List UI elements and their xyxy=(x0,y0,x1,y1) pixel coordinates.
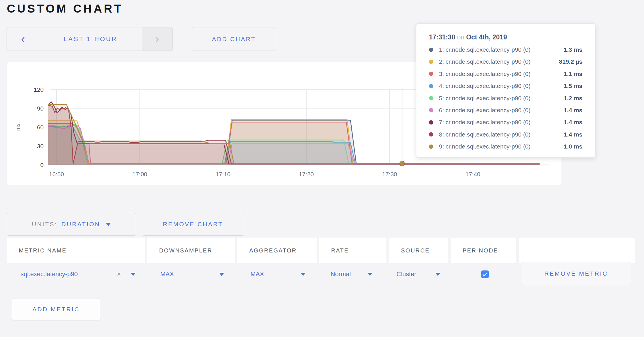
series-label: 2: cr.node.sql.exec.latency-p90 (0) xyxy=(439,58,559,65)
timescale-range-button[interactable]: LAST 1 HOUR xyxy=(39,27,142,51)
source-select[interactable]: Cluster xyxy=(396,264,416,284)
col-header-aggregator: AGGREGATOR xyxy=(237,238,317,263)
col-header-rate: RATE xyxy=(319,238,386,263)
page-title: CUSTOM CHART xyxy=(7,2,123,15)
col-header-source: SOURCE xyxy=(389,238,448,263)
chart-tooltip: 17:31:30 on Oct 4th, 2019 1: cr.node.sql… xyxy=(416,23,595,158)
series-value: 1.0 ms xyxy=(564,143,582,150)
series-label: 6: cr.node.sql.exec.latency-p90 (0) xyxy=(439,107,564,114)
series-color-dot xyxy=(429,72,433,76)
col-header-metric-name: METRIC NAME xyxy=(7,238,145,263)
series-label: 3: cr.node.sql.exec.latency-p90 (0) xyxy=(439,71,564,77)
timescale-selector: ‹ LAST 1 HOUR › xyxy=(7,27,173,51)
tooltip-row: 4: cr.node.sql.exec.latency-p90 (0)1.5 m… xyxy=(429,83,582,89)
series-value: 1.5 ms xyxy=(564,83,582,89)
x-axis-tick: 16:50 xyxy=(49,171,64,177)
y-axis-tick: 90 xyxy=(37,105,44,112)
col-header-per-node: PER NODE xyxy=(451,238,516,263)
tooltip-row: 3: cr.node.sql.exec.latency-p90 (0)1.1 m… xyxy=(429,71,582,77)
series-value: 819.2 µs xyxy=(559,58,582,65)
col-header-actions xyxy=(519,238,635,263)
y-axis-label: ms xyxy=(15,123,21,131)
downsampler-caret[interactable] xyxy=(217,264,224,284)
tooltip-row: 5: cr.node.sql.exec.latency-p90 (0)1.2 m… xyxy=(429,95,582,102)
y-axis-tick: 120 xyxy=(34,86,44,93)
metric-name-link[interactable]: sql.exec.latency-p90 xyxy=(21,264,78,284)
x-axis-tick: 17:10 xyxy=(216,171,231,177)
units-dropdown[interactable]: UNITS: DURATION xyxy=(7,213,136,236)
y-axis-tick: 0 xyxy=(40,162,44,168)
chevron-down-icon xyxy=(435,273,440,276)
close-icon[interactable]: × xyxy=(117,264,121,284)
chevron-down-icon xyxy=(301,273,306,276)
tooltip-date: Oct 4th, 2019 xyxy=(466,33,507,41)
series-color-dot xyxy=(429,96,433,100)
remove-chart-button[interactable]: REMOVE CHART xyxy=(142,213,244,236)
x-axis-tick: 17:30 xyxy=(382,171,397,177)
series-value: 1.3 ms xyxy=(564,46,582,53)
series-color-dot xyxy=(429,132,433,137)
metric-name-dropdown[interactable] xyxy=(129,264,136,284)
series-label: 1: cr.node.sql.exec.latency-p90 (0) xyxy=(439,46,564,53)
tooltip-row: 6: cr.node.sql.exec.latency-p90 (0)1.4 m… xyxy=(429,107,582,114)
per-node-checkbox[interactable] xyxy=(481,270,489,278)
x-axis-tick: 17:40 xyxy=(465,171,481,177)
tooltip-legend: 1: cr.node.sql.exec.latency-p90 (0)1.3 m… xyxy=(429,46,582,150)
tooltip-row: 1: cr.node.sql.exec.latency-p90 (0)1.3 m… xyxy=(429,46,582,53)
x-axis-tick: 17:20 xyxy=(299,171,314,177)
units-value: DURATION xyxy=(61,221,100,228)
series-label: 7: cr.node.sql.exec.latency-p90 (0) xyxy=(439,119,564,126)
tooltip-row: 2: cr.node.sql.exec.latency-p90 (0)819.2… xyxy=(429,58,582,65)
chevron-down-icon xyxy=(106,223,111,226)
downsampler-select[interactable]: MAX xyxy=(160,264,174,284)
timescale-prev-button[interactable]: ‹ xyxy=(7,27,39,51)
series-color-dot xyxy=(429,60,433,64)
checkmark-icon xyxy=(483,272,487,276)
series-value: 1.4 ms xyxy=(564,131,582,138)
remove-metric-button[interactable]: REMOVE METRIC xyxy=(522,262,630,285)
series-color-dot xyxy=(429,145,433,149)
series-value: 1.4 ms xyxy=(564,119,582,126)
aggregator-caret[interactable] xyxy=(299,264,306,284)
series-value: 1.2 ms xyxy=(564,95,582,102)
add-metric-button[interactable]: ADD METRIC xyxy=(12,298,100,320)
y-axis-tick: 30 xyxy=(37,143,44,149)
series-value: 1.4 ms xyxy=(564,107,582,114)
col-header-downsampler: DOWNSAMPLER xyxy=(147,238,235,263)
tooltip-on-word: on xyxy=(457,33,466,41)
y-axis-tick: 60 xyxy=(37,124,44,131)
series-color-dot xyxy=(429,84,433,88)
timescale-next-button[interactable]: › xyxy=(142,27,172,51)
tooltip-row: 8: cr.node.sql.exec.latency-p90 (0)1.4 m… xyxy=(429,131,582,138)
series-label: 9: cr.node.sql.exec.latency-p90 (0) xyxy=(439,143,564,150)
series-color-dot xyxy=(429,120,433,125)
series-color-dot xyxy=(429,108,433,112)
tooltip-row: 9: cr.node.sql.exec.latency-p90 (0)1.0 m… xyxy=(429,143,582,150)
tooltip-row: 7: cr.node.sql.exec.latency-p90 (0)1.4 m… xyxy=(429,119,582,126)
rate-select[interactable]: Normal xyxy=(331,264,351,284)
chevron-right-icon: › xyxy=(155,33,159,45)
series-label: 8: cr.node.sql.exec.latency-p90 (0) xyxy=(439,131,564,138)
series-color-dot xyxy=(429,48,433,52)
x-axis-tick: 17:00 xyxy=(132,171,147,177)
units-label: UNITS: xyxy=(32,221,58,228)
rate-caret[interactable] xyxy=(366,264,372,284)
series-label: 4: cr.node.sql.exec.latency-p90 (0) xyxy=(439,83,564,89)
hover-point-dot xyxy=(400,161,405,166)
source-caret[interactable] xyxy=(434,264,440,284)
tooltip-time: 17:31:30 xyxy=(429,33,455,41)
series-value: 1.1 ms xyxy=(564,71,582,77)
chevron-down-icon xyxy=(219,273,224,276)
add-chart-button[interactable]: ADD CHART xyxy=(192,27,276,51)
chevron-down-icon xyxy=(367,273,372,276)
aggregator-select[interactable]: MAX xyxy=(250,264,264,284)
chevron-down-icon xyxy=(131,273,136,276)
tooltip-title: 17:31:30 on Oct 4th, 2019 xyxy=(429,33,582,41)
series-label: 5: cr.node.sql.exec.latency-p90 (0) xyxy=(439,95,564,102)
chevron-left-icon: ‹ xyxy=(21,33,25,45)
